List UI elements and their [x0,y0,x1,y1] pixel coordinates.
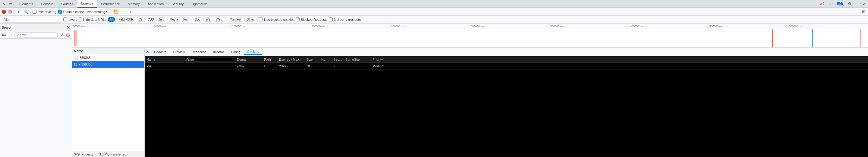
invert-checkbox[interactable]: Invert [63,18,77,21]
name-column-header: Name [74,49,83,53]
disable-cache-checkbox[interactable]: Disable cache [58,10,84,14]
error-badge[interactable]: ⊘ 2 [818,2,826,6]
refresh-search-button[interactable]: ↺ [59,32,64,38]
cookie-expires-1: 2027-... [279,64,303,68]
filter-input-wrap[interactable] [2,17,62,23]
filter-type-img[interactable]: Img [157,17,166,22]
third-party-input[interactable] [329,18,333,21]
more-options-icon[interactable]: ⋮ [854,1,860,7]
blocked-requests-input[interactable] [296,18,300,21]
search-button[interactable]: 🔍 [23,9,29,15]
tick-450000: 450000 ms [709,24,788,29]
detail-tab-timing[interactable]: Timing [227,49,244,55]
tab-console[interactable]: Console [37,0,57,8]
detail-tab-response[interactable]: Response [189,49,210,55]
filter-type-css[interactable]: CSS [146,17,156,22]
settings-icon[interactable]: ⚙ [847,1,852,7]
download-icon[interactable]: ↓ [127,9,133,15]
detail-close-button[interactable]: ✕ [146,50,149,54]
warning-badge[interactable]: ⚠ 4 [827,2,835,6]
case-sensitive-button[interactable]: Aa [1,32,7,38]
search-close-button[interactable]: ✕ [67,25,70,30]
search-input-wrap[interactable] [14,32,58,38]
filter-type-media[interactable]: Media [167,17,180,22]
devtools-device-icon[interactable]: ▭ [8,1,13,7]
filter-type-wasm[interactable]: Wasm [214,17,226,22]
detail-content: Name Value Domain Path Expires / Max-Age… [145,56,868,157]
tick-350000: 350000 ms [550,24,629,29]
transfer-size: 3.3 MB transferred [99,153,126,156]
status-divider: | [96,153,97,156]
cookie-secure-1: ✓ [333,64,342,68]
request-item-1[interactable]: 📄 559365 [72,54,144,61]
message-badge[interactable]: 12 [837,2,843,5]
timeline-marker-1 [772,29,773,48]
has-blocked-cookies-input[interactable] [259,18,263,21]
third-party-checkbox[interactable]: 3rd-party requests [329,18,361,21]
filter-type-ws[interactable]: WS [204,17,213,22]
clear-button[interactable]: 🚫 [8,10,12,14]
filter-type-other[interactable]: Other [244,17,256,22]
devtools-inspect-icon[interactable]: ↖ [1,1,7,7]
preserve-log-checkbox[interactable]: Preserve log [33,10,56,14]
tab-performance[interactable]: Performance [97,0,124,8]
blocked-requests-checkbox[interactable]: Blocked Requests [296,18,328,21]
cookie-col-priority: Priority [373,58,391,61]
filter-type-js[interactable]: JS [136,17,144,22]
filter-type-all[interactable]: All [107,17,115,22]
warning-icon: ⚠ [829,2,831,5]
detail-tab-cookies[interactable]: Cookies [244,49,262,55]
request-item-2[interactable]: ☐ ● 559365 [72,61,144,68]
detail-tab-preview[interactable]: Preview [170,49,188,55]
filter-input[interactable] [3,18,61,21]
request-doc-icon-1: 📄 [74,56,79,60]
throttle-chevron-icon: ▾ [106,10,107,14]
disable-cache-input[interactable] [58,10,62,14]
toolbar-sep3 [111,10,111,14]
invert-input[interactable] [63,18,67,21]
cookie-value-1: ████████████████████ [186,64,234,69]
search-options: Aa .* ↺ 🚫 [0,31,72,38]
filter-type-fetch-xhr[interactable]: Fetch/XHR [116,17,135,22]
cookie-size-1: 10 [306,64,318,68]
cookie-header-row: Name Value Domain Path Expires / Max-Age… [145,56,868,63]
tab-memory[interactable]: Memory [124,0,144,8]
error-count: 2 [823,2,825,5]
request-name-1: 559365 [80,56,91,59]
hide-data-urls-input[interactable] [78,18,82,21]
devtools-nav: ↖ ▭ Elements Console Sources Network Per… [0,0,868,8]
detail-tab-initiator[interactable]: Initiator [210,49,227,55]
tab-elements[interactable]: Elements [16,0,37,8]
request-doc-icon-2: ☐ [74,62,77,67]
hide-data-urls-checkbox[interactable]: Hide data URLs [78,18,107,21]
has-blocked-cookies-checkbox[interactable]: Has blocked cookies [259,18,294,21]
detail-tab-headers[interactable]: Headers [151,49,170,55]
close-devtools-icon[interactable]: ✕ [861,1,867,7]
filter-type-font[interactable]: Font [181,17,191,22]
timeline-area: 50000 ms 100000 ms 150000 ms 200000 ms 2… [72,24,868,48]
tab-network[interactable]: Network [78,0,97,8]
regex-button[interactable]: .* [8,32,13,38]
preserve-log-input[interactable] [33,10,36,14]
upload-icon[interactable]: ↑ [120,9,126,15]
throttle-select[interactable]: No throttling ▾ [86,9,109,14]
cookie-data-row-1[interactable]: idu ████████████████████ www.... / 2027-… [145,63,868,70]
tick-100000: 100000 ms [152,24,231,29]
request-list: Name 📄 559365 ☐ ● 559365 379 requests | … [72,48,145,157]
clear-search-button[interactable]: 🚫 [65,32,71,38]
cookie-priority-1: Medium [373,64,391,68]
tick-500000: 500000 ms [788,24,868,29]
record-button[interactable] [2,10,6,14]
tab-application[interactable]: Application [144,0,167,8]
filter-type-doc[interactable]: Doc [193,17,202,22]
tab-lighthouse[interactable]: Lighthouse [188,0,211,8]
tab-security[interactable]: Security [168,0,187,8]
request-list-header: Name [72,48,144,54]
toolbar-sep1 [14,10,14,14]
search-input[interactable] [16,33,56,37]
filter-button[interactable]: ▼ [16,9,22,15]
import-export-icon[interactable]: ⊞ [861,9,866,15]
wifi-icon[interactable]: 📶 [113,9,119,15]
filter-type-manifest[interactable]: Manifest [227,17,243,22]
tab-sources[interactable]: Sources [57,0,76,8]
